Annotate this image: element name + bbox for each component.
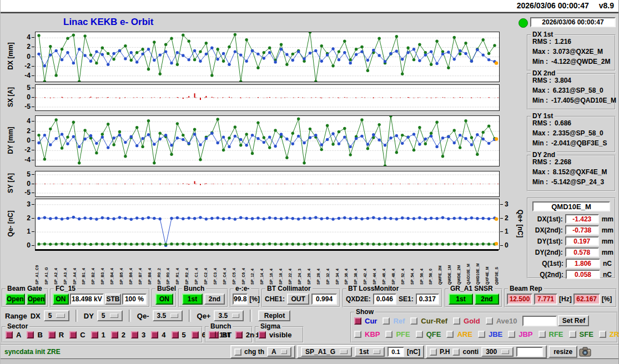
- checkbox-1st[interactable]: [209, 331, 216, 338]
- checkbox-Ref[interactable]: [383, 317, 390, 325]
- conti-checkbox[interactable]: [452, 348, 460, 356]
- checkbox-visible[interactable]: [259, 331, 266, 338]
- beam-gate-open-2-button[interactable]: Open: [27, 294, 46, 305]
- qmd-row-unit: mm: [602, 215, 613, 223]
- gr-a1-2nd-button[interactable]: 2nd: [475, 294, 499, 305]
- y-tick-label: -4: [14, 72, 31, 79]
- checkbox-C[interactable]: [69, 331, 77, 338]
- checkbox-label-JBE: JBE: [489, 330, 502, 338]
- checkbox-A[interactable]: [6, 331, 13, 338]
- checkbox-label-visible: visible: [269, 331, 291, 339]
- y-tick-label: 0: [14, 136, 31, 144]
- checkbox-JBE[interactable]: [478, 331, 485, 338]
- acquisition-box: P.H conti 300: [426, 345, 547, 358]
- set-ref-button[interactable]: Set Ref: [558, 315, 589, 326]
- checkbox-B[interactable]: [27, 331, 34, 338]
- checkbox-Ave10[interactable]: [486, 317, 493, 325]
- sigma-group: Sigma visible: [255, 326, 304, 343]
- bpm-label: SP_B5_4: [119, 251, 123, 285]
- range-dy-label: DY: [84, 312, 94, 320]
- checkbox-Gold[interactable]: [453, 317, 460, 325]
- extra-input[interactable]: [516, 347, 543, 357]
- bpm-label: SP_C6_4: [241, 251, 245, 285]
- checkbox-KBP[interactable]: [354, 331, 361, 338]
- checkbox-label-Ref: Ref: [393, 317, 405, 325]
- ph-label: P.H: [440, 348, 450, 356]
- checkbox-1[interactable]: [91, 331, 98, 338]
- checkbox-Cur[interactable]: [354, 317, 361, 325]
- fc15-on-button[interactable]: ON: [53, 294, 69, 305]
- checkbox-5[interactable]: [172, 331, 179, 338]
- sx-steering-plot: [35, 84, 500, 111]
- y-tick-mark: [32, 231, 34, 232]
- checkbox-QFE[interactable]: [416, 331, 423, 338]
- y-tick-label: 3: [14, 200, 31, 208]
- option-menu-icon: [373, 350, 380, 354]
- checkbox-SFE[interactable]: [569, 331, 576, 338]
- checkbox-JBP[interactable]: [508, 331, 515, 338]
- checkbox-4[interactable]: [151, 331, 158, 338]
- bpm-label: SP_24_3: [298, 251, 301, 285]
- group-title: Sector: [6, 322, 29, 330]
- checkbox-2[interactable]: [111, 331, 118, 338]
- bunch-select[interactable]: 1st: [355, 347, 385, 357]
- checkbox-2nd[interactable]: [235, 331, 243, 338]
- bpm-select[interactable]: SP_A1_G: [301, 347, 352, 357]
- status-bar: syncdata init ZRE chg th A SP_A1_G 1st 0…: [1, 344, 619, 359]
- qmd-row: Q(1st):1.806nC: [530, 258, 613, 269]
- checkbox-PFE[interactable]: [385, 331, 392, 338]
- replot-button[interactable]: Replot: [258, 310, 290, 321]
- checkbox-ARE[interactable]: [446, 331, 454, 338]
- gr-a1-1st-button[interactable]: 1st: [449, 294, 473, 305]
- max-value: 8.152@QXF4E_M: [553, 168, 607, 176]
- checkbox-RFE[interactable]: [539, 331, 546, 338]
- points-select[interactable]: 300: [481, 347, 514, 357]
- qmd-row-unit: mm: [602, 226, 613, 234]
- checkbox-Cur-Ref[interactable]: [410, 317, 417, 325]
- group-title: DY 2nd: [531, 151, 557, 159]
- show-row2: KBPPFEQFEAREJBEJBPRFESFEZRE: [354, 330, 615, 338]
- che1-out-button[interactable]: OUT: [287, 294, 309, 305]
- chg-th-checkbox[interactable]: [234, 348, 241, 356]
- range-dx-select[interactable]: 5: [44, 310, 69, 321]
- busel-on-button[interactable]: ON: [155, 294, 173, 305]
- range-qep-select[interactable]: 3.5: [214, 310, 244, 321]
- y-tick-label: 4: [14, 33, 31, 41]
- qmd-row-value: -0.738: [565, 225, 599, 235]
- threshold-field[interactable]: 0.1: [387, 347, 404, 357]
- checkbox-6[interactable]: [192, 331, 199, 338]
- th-sector-select[interactable]: A: [267, 347, 291, 357]
- y-tick-mark: [32, 184, 34, 184]
- ref-filename-input[interactable]: [522, 316, 557, 326]
- range-qep-label: Qe+: [197, 312, 211, 320]
- checkbox-ZRE[interactable]: [599, 331, 606, 338]
- y-tick-mark-right: [500, 245, 503, 246]
- option-menu-icon: [232, 314, 239, 318]
- bpm-label: SP_B8_4: [148, 251, 152, 285]
- range-dy-select[interactable]: 5: [97, 310, 123, 321]
- checkbox-R[interactable]: [48, 331, 56, 338]
- min-value: -4.122@QWDE_2M: [551, 58, 610, 65]
- qmd-row: DY(2nd):0.578mm: [530, 247, 613, 257]
- bpm-label: SP_32_4: [326, 251, 330, 285]
- camera-icon[interactable]: [579, 347, 591, 357]
- bunch-select-group: Bunch 1st 2nd: [178, 289, 228, 307]
- option-menu-icon: [56, 314, 64, 318]
- bunch-2nd-button[interactable]: 2nd: [204, 294, 225, 305]
- qmd-row: DX(2nd):-0.738mm: [530, 225, 613, 235]
- y-tick-label: -5: [14, 103, 31, 110]
- beam-gate-open-1-button[interactable]: Open: [6, 294, 25, 305]
- fc15-stb-button[interactable]: STB: [105, 294, 121, 305]
- window-divider: [1, 12, 619, 13]
- resize-button[interactable]: resize: [548, 346, 577, 358]
- bunch-1st-button[interactable]: 1st: [182, 294, 203, 305]
- checkbox-3[interactable]: [131, 331, 138, 338]
- bpm-label: SP_C1_4: [194, 251, 198, 285]
- range-qem-select[interactable]: 3.5: [153, 310, 183, 321]
- top-version: v8.9: [599, 1, 614, 10]
- ph-checkbox[interactable]: [430, 348, 437, 356]
- beam-rep-field-2: 7.771: [534, 294, 557, 305]
- status-message: syncdata init ZRE: [4, 348, 61, 356]
- checkbox-label-JBP: JBP: [519, 330, 532, 338]
- qmd-rows: DX(1st):-1.423mmDX(2nd):-0.738mmDY(1st):…: [530, 213, 613, 280]
